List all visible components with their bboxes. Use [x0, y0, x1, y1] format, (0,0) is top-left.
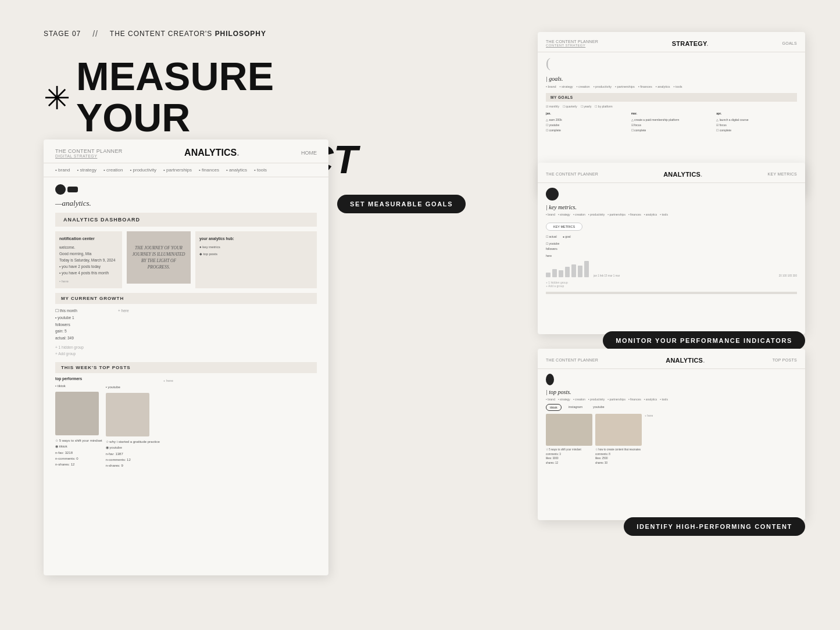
big-notification-box: notification center welcome. Good mornin…	[55, 231, 122, 288]
analytics-icon-dot1	[55, 184, 66, 195]
tp-nav-row: brand strategy creation productivity par…	[538, 398, 805, 401]
km-bar-chart: jan 1 feb 15 mar 1 mar 20 100 165 300	[546, 261, 797, 277]
big-logo: THE CONTENT PLANNER DIGITAL STRATEGY	[55, 148, 123, 158]
km-table: ☐ actual ● goal ☐ youtube followers here	[538, 234, 805, 259]
big-top-posts-row: top performers • tiktok ☆ 5 ways to shif…	[44, 377, 328, 468]
km-circle-icon	[546, 188, 559, 201]
tp-card-header: THE CONTENT PLANNER ANALYTICS. TOP POSTS	[538, 349, 805, 369]
big-nav-row: brand strategy creation productivity par…	[44, 163, 328, 177]
top-posts-card: THE CONTENT PLANNER ANALYTICS. TOP POSTS…	[538, 349, 805, 520]
km-logo: THE CONTENT PLANNER	[546, 172, 598, 176]
km-bar-3	[559, 270, 563, 277]
km-bar-6	[578, 266, 582, 277]
strategy-title: STRATEGY.	[672, 38, 709, 48]
tp-section-title: | top posts.	[538, 388, 805, 398]
big-top-posts-label: THIS WEEK'S TOP POSTS	[55, 362, 317, 373]
km-card-header: THE CONTENT PLANNER ANALYTICS. KEY METRI…	[538, 163, 805, 183]
analytics-card-left: THE CONTENT PLANNER DIGITAL STRATEGY ANA…	[44, 139, 328, 575]
km-title: ANALYTICS.	[663, 169, 702, 179]
analytics-icon-dot2	[67, 187, 78, 192]
big-thumb-block2: • youtube ☆ why i started a gratitude pr…	[106, 377, 160, 468]
strategy-card-header: THE CONTENT PLANNER CONTENT STRATEGY STR…	[538, 32, 805, 52]
tp-post-info2: ☆ how to create content that resonates c…	[595, 448, 642, 466]
big-thumbnail2	[106, 393, 149, 436]
tp-logo: THE CONTENT PLANNER	[546, 358, 598, 362]
big-thumb-spacer: + here	[163, 377, 317, 468]
km-bar-4	[565, 267, 570, 277]
km-bar-2	[552, 269, 557, 277]
big-dashboard-header: ANALYTICS DASHBOARD	[55, 213, 317, 227]
tp-tab-row: tiktok instagram youtube	[538, 404, 805, 411]
big-icon-row	[44, 177, 328, 198]
stage-divider: //	[92, 29, 98, 38]
badge-measurable-goals: SET MEASURABLE GOALS	[337, 195, 466, 213]
strat-goal-col1: jan. △ earn 200k ☐ youtube ☐ complete	[546, 111, 627, 133]
big-inspirational-photo: THE JOURNEY OF YOUR JOURNEY IS ILLUMINAT…	[127, 231, 191, 284]
big-growth-right: + here	[118, 307, 317, 357]
strategy-logo: THE CONTENT PLANNER CONTENT STRATEGY	[546, 40, 598, 47]
tp-tab-instagram[interactable]: instagram	[565, 404, 586, 411]
strat-goals-row: jan. △ earn 200k ☐ youtube ☐ complete ma…	[546, 111, 797, 133]
km-bar-1	[546, 273, 551, 277]
big-thumbnail1	[55, 392, 99, 435]
tp-post-image1	[546, 414, 592, 446]
tp-post-info1: ☆ 5 ways to shift your mindset comments:…	[546, 448, 592, 466]
km-bar-7	[584, 261, 589, 277]
km-section-title: | key metrics.	[538, 203, 805, 213]
badge-monitor: MONITOR YOUR PERFORMANCE INDICATORS	[603, 331, 805, 350]
km-hidden-group: + 1 hidden group + Add a group	[538, 280, 805, 289]
big-thumb-block1: top performers • tiktok ☆ 5 ways to shif…	[55, 377, 102, 468]
tp-post-image2	[595, 414, 642, 446]
km-scrollbar[interactable]	[546, 292, 797, 294]
star-icon: ✳	[44, 80, 70, 117]
big-analytics-label: —analytics.	[44, 198, 328, 213]
tp-post-block2: ☆ how to create content that resonates c…	[595, 414, 642, 466]
tp-oval-icon	[546, 374, 554, 385]
strat-tabs: ☑ monthly ☐ quarterly ☐ yearly ☐ by plat…	[546, 105, 797, 108]
big-growth-label: MY CURRENT GROWTH	[55, 293, 317, 304]
km-nav-row: brand strategy creation productivity par…	[538, 213, 805, 216]
strat-goal-col2: mar. △ create a paid membership platform…	[631, 111, 712, 133]
badge-identify: IDENTIFY HIGH-PERFORMING CONTENT	[624, 517, 805, 536]
km-bar-5	[571, 264, 576, 277]
strategy-body: | goals. brand strategy creation product…	[538, 71, 805, 138]
headline-text1: MEASURE YOUR	[76, 56, 375, 139]
km-button[interactable]: KEY METRICS	[546, 223, 582, 231]
big-title: ANALYTICS.	[184, 148, 240, 158]
big-growth-left: ☐ this month • youtube 1 followers gain:…	[55, 307, 113, 357]
philosophy-label: THE CONTENT CREATOR'S PHILOSOPHY	[110, 30, 266, 38]
big-growth-row: ☐ this month • youtube 1 followers gain:…	[44, 307, 328, 357]
big-dashboard-row: notification center welcome. Good mornin…	[44, 231, 328, 288]
tp-tab-tiktok[interactable]: tiktok	[546, 404, 562, 411]
tp-images-row: ☆ 5 ways to shift your mindset comments:…	[538, 414, 805, 466]
tp-post-block1: ☆ 5 ways to shift your mindset comments:…	[546, 414, 592, 466]
tp-tab-youtube[interactable]: youtube	[589, 404, 608, 411]
tp-hint: + here	[645, 414, 797, 466]
headline-line1: ✳ MEASURE YOUR	[44, 56, 375, 139]
tp-title: ANALYTICS.	[666, 355, 705, 365]
strat-nav-row: brand strategy creation productivity par…	[546, 85, 797, 88]
big-card-header: THE CONTENT PLANNER DIGITAL STRATEGY ANA…	[44, 139, 328, 163]
stage-number: STAGE 07	[44, 30, 81, 38]
strat-goal-col3: apr. △ launch a digital course ☑ focus ☐…	[716, 111, 797, 133]
stage-line: STAGE 07 // THE CONTENT CREATOR'S PHILOS…	[44, 29, 375, 38]
big-hub-box: your analytics hub: ● key metrics ◆ top …	[195, 231, 317, 288]
strategy-curve-icon: (	[538, 52, 805, 71]
key-metrics-card: THE CONTENT PLANNER ANALYTICS. KEY METRI…	[538, 163, 805, 334]
